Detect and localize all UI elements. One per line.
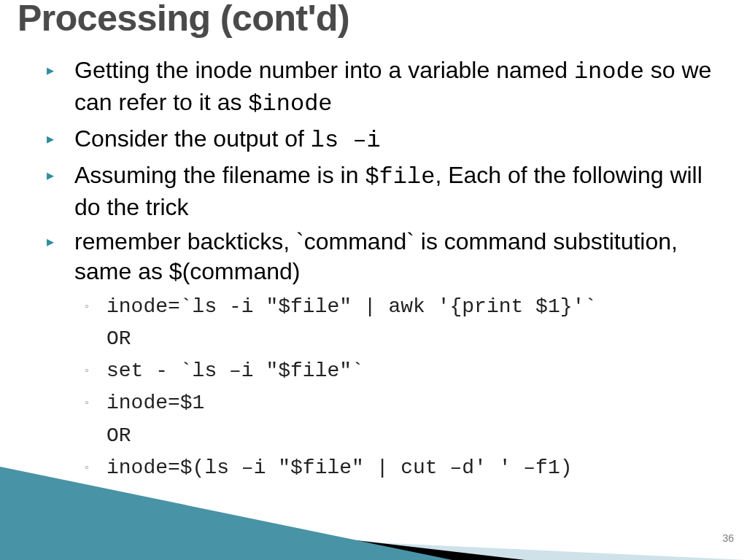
circle-bullet-icon: ◦	[85, 355, 107, 386]
or-separator: OR	[107, 420, 715, 452]
page-number: 36	[722, 532, 734, 544]
circle-bullet-icon: ◦	[85, 387, 107, 418]
sub-list: ◦ inode=`ls -i "$file" | awk '{print $1}…	[85, 291, 715, 484]
slide-title: Processing (cont'd)	[18, 0, 349, 39]
bullet-text: remember backticks, `command` is command…	[74, 227, 715, 287]
sub-item: ◦ inode=$1	[85, 387, 715, 419]
slide: Processing (cont'd) ▸ Getting the inode …	[0, 0, 747, 560]
bullet-4: ▸ remember backticks, `command` is comma…	[44, 227, 715, 287]
bullet-1: ▸ Getting the inode number into a variab…	[44, 55, 715, 120]
code-line: inode=$1	[107, 387, 715, 419]
circle-bullet-icon: ◦	[85, 291, 107, 322]
or-separator: OR	[107, 323, 715, 355]
sub-item: ◦ set - `ls –i "$file"`	[85, 355, 715, 387]
code-line: inode=`ls -i "$file" | awk '{print $1}'`	[107, 291, 715, 323]
bullet-text: Assuming the filename is in $file, Each …	[74, 160, 715, 222]
slide-body: ▸ Getting the inode number into a variab…	[44, 55, 715, 484]
bullet-text: Getting the inode number into a variable…	[74, 55, 715, 120]
triangle-bullet-icon: ▸	[44, 55, 74, 85]
triangle-bullet-icon: ▸	[44, 160, 74, 190]
sub-item: ◦ inode=`ls -i "$file" | awk '{print $1}…	[85, 291, 715, 323]
bullet-3: ▸ Assuming the filename is in $file, Eac…	[44, 160, 715, 222]
bullet-text: Consider the output of ls –i	[74, 124, 715, 156]
triangle-bullet-icon: ▸	[44, 227, 74, 256]
bullet-2: ▸ Consider the output of ls –i	[44, 124, 715, 156]
code-line: set - `ls –i "$file"`	[107, 355, 715, 387]
decoration-triangle-teal	[0, 467, 452, 560]
triangle-bullet-icon: ▸	[44, 124, 74, 153]
